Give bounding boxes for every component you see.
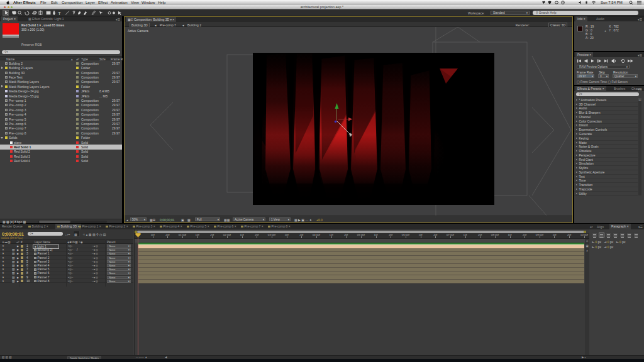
svg-text:T: T [58,11,61,16]
